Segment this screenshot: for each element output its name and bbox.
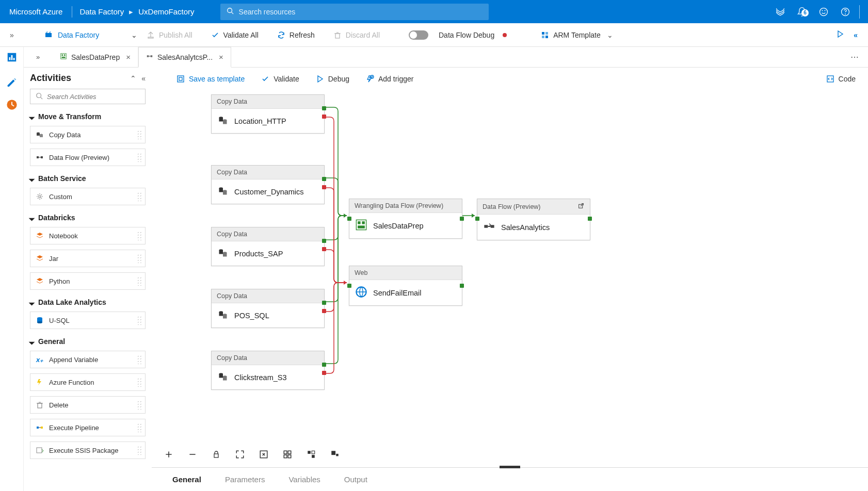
node-sales-analytics[interactable]: Data Flow (Preview) SalesAnalytics [477,199,590,240]
success-port[interactable] [322,177,326,181]
lock-icon[interactable] [211,449,222,460]
category-data-lake-analytics[interactable]: Data Lake Analytics [30,298,146,306]
web-icon [356,286,367,299]
collapse-nav-icon[interactable]: » [0,31,24,39]
detail-tab-variables[interactable]: Variables [288,475,320,484]
activity-append-variable[interactable]: x₊ Append Variable [30,351,146,368]
activity-usql[interactable]: U-SQL [30,312,146,329]
success-port[interactable] [322,239,326,243]
collapse-right-icon[interactable]: « [854,31,858,39]
rail-author-icon[interactable] [5,74,19,88]
activity-jar[interactable]: Jar [30,250,146,267]
rail-monitor-icon[interactable] [5,97,19,112]
tabs-left-chevron-icon[interactable]: » [36,47,46,67]
failure-port[interactable] [322,114,326,119]
gear-icon [36,192,44,201]
factory-label: Data Factory [58,31,99,39]
canvas[interactable]: Copy Data Location_HTTP Copy Data Custom… [152,90,868,467]
success-port[interactable] [322,301,326,305]
close-tab-icon[interactable]: × [219,53,223,61]
node-sales-data-prep[interactable]: Wrangling Data Flow (Preview) SalesDataP… [349,199,462,239]
breadcrumb-root[interactable]: Data Factory [79,7,124,16]
save-as-template-button[interactable]: Save as template [176,75,245,83]
collapse-panel-icon[interactable]: « [141,74,146,83]
svg-rect-79 [308,451,311,454]
node-customer-dynamics[interactable]: Copy Data Customer_Dynamics [211,165,325,204]
activity-copy-data[interactable]: Copy Data [30,126,146,143]
global-search[interactable] [220,4,489,20]
validate-button[interactable]: Validate [261,75,299,83]
activity-azure-function[interactable]: Azure Function [30,373,146,391]
failure-port[interactable] [322,371,326,375]
add-trigger-button[interactable]: Add trigger [366,75,413,83]
debug-button[interactable]: Debug [316,75,349,83]
search-activities-wrap[interactable] [30,89,146,104]
activity-python[interactable]: Python [30,272,146,290]
refresh-button[interactable]: Refresh [268,23,324,46]
activity-data-flow[interactable]: Data Flow (Preview) [30,149,146,166]
cloud-shell-icon[interactable] [769,0,791,23]
detail-tab-output[interactable]: Output [344,475,367,484]
run-icon[interactable] [836,30,844,40]
factory-dropdown[interactable]: Data Factory ⌄ [44,30,137,40]
collapse-up-icon[interactable]: ⌃ [130,74,136,83]
activity-delete[interactable]: Delete [30,396,146,414]
node-send-fail-email[interactable]: Web SendFailEmail [349,266,462,306]
node-location-http[interactable]: Copy Data Location_HTTP [211,94,325,134]
tab-salesdataprep[interactable]: SalesDataPrep × [53,47,138,67]
open-external-icon[interactable] [577,202,585,211]
detail-tab-general[interactable]: General [172,475,201,484]
activity-execute-pipeline[interactable]: Execute Pipeline [30,419,146,436]
failure-port[interactable] [322,309,326,313]
zoom-in-icon[interactable] [163,449,174,460]
category-databricks[interactable]: Databricks [30,214,146,222]
auto-layout-icon[interactable] [282,449,293,460]
minimap-icon[interactable] [329,449,341,460]
zoom-out-icon[interactable] [187,449,198,460]
notifications-icon[interactable]: 6 [791,0,813,23]
node-products-sap[interactable]: Copy Data Products_SAP [211,227,325,266]
category-general[interactable]: General [30,337,146,346]
tab-salesanalytics[interactable]: SalesAnalytcsP... × [138,47,231,68]
search-input[interactable] [239,8,483,16]
add-trigger-label: Add trigger [378,75,413,83]
activity-custom[interactable]: Custom [30,188,146,205]
code-button[interactable]: Code [826,75,856,83]
tab-more-icon[interactable]: ⋯ [841,47,868,67]
debug-toggle[interactable] [409,30,428,40]
arm-template-dropdown[interactable]: ARM Template ⌄ [532,23,622,46]
discard-all-button[interactable]: Discard All [324,23,389,46]
input-port[interactable] [475,217,479,221]
drag-grip-icon [137,254,142,263]
rail-dashboard-icon[interactable] [5,50,19,64]
brand-label[interactable]: Microsoft Azure [0,0,72,23]
snap-icon[interactable] [306,449,317,460]
search-activities-input[interactable] [47,93,140,101]
help-icon[interactable] [834,0,856,23]
category-move-transform[interactable]: Move & Transform [30,112,146,121]
failure-port[interactable] [322,185,326,189]
success-port[interactable] [322,363,326,367]
activity-execute-ssis[interactable]: Execute SSIS Package [30,441,146,459]
category-batch-service[interactable]: Batch Service [30,174,146,183]
input-port[interactable] [347,284,351,288]
drag-grip-icon [137,316,142,325]
publish-all-button[interactable]: Publish All [137,23,202,46]
zoom-fit-icon[interactable] [258,449,269,460]
feedback-icon[interactable] [813,0,834,23]
close-tab-icon[interactable]: × [126,53,131,61]
detail-tab-parameters[interactable]: Parameters [225,475,265,484]
activity-notebook[interactable]: Notebook [30,227,146,244]
input-port[interactable] [347,217,351,221]
success-port[interactable] [460,217,464,221]
success-port[interactable] [322,106,326,110]
fit-to-screen-icon[interactable] [234,449,246,460]
breadcrumb-leaf[interactable]: UxDemoFactory [138,7,194,16]
failure-port[interactable] [322,247,326,251]
validate-all-button[interactable]: Validate All [202,23,268,46]
success-port[interactable] [460,284,464,288]
panel-drag-handle[interactable] [500,466,520,468]
node-clickstream-s3[interactable]: Copy Data Clickstream_S3 [211,351,325,390]
node-pos-sql[interactable]: Copy Data POS_SQL [211,289,325,328]
success-port[interactable] [588,217,592,221]
